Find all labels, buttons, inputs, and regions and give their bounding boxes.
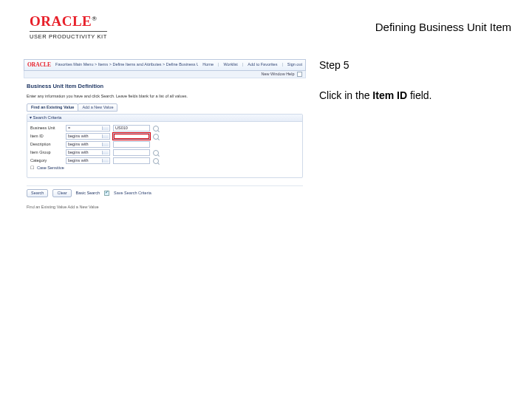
input-item-group[interactable] (113, 149, 150, 156)
oracle-logo-text: ORACLE® (30, 13, 107, 30)
subbar-links[interactable]: New Window Help (262, 72, 295, 76)
trademark-symbol: ® (92, 15, 97, 22)
lookup-icon[interactable] (153, 158, 159, 164)
label-business-unit: Business Unit (30, 126, 63, 131)
page-heading: Business Unit Item Definition (27, 83, 303, 90)
label-case-sensitive: Case Sensitive (37, 166, 64, 171)
screenshot-column: ORACLE Favorites Main Menu > Items > Def… (24, 59, 306, 213)
link-worklist[interactable]: Worklist (223, 62, 237, 67)
clear-button[interactable]: Clear (52, 189, 71, 197)
step-instruction: Click in the Item ID field. (319, 89, 511, 103)
instruction-pre: Click in the (319, 89, 372, 101)
footer-links[interactable]: Find an Existing Value Add a New Value (27, 205, 303, 210)
save-criteria-checkbox[interactable] (104, 191, 109, 196)
app-topbar: ORACLE Favorites Main Menu > Items > Def… (24, 59, 306, 71)
label-item-id: Item ID (30, 134, 63, 139)
link-favorites[interactable]: Add to Favorites (248, 62, 277, 67)
oracle-word: ORACLE (30, 13, 92, 29)
tab-add-new[interactable]: Add a New Value (78, 103, 117, 112)
search-tabs: Find an Existing Value Add a New Value (27, 103, 303, 112)
input-category[interactable] (113, 157, 150, 164)
op-description[interactable]: begins with (66, 141, 110, 148)
app-body: Business Unit Item Definition Enter any … (24, 78, 306, 213)
link-signout[interactable]: Sign out (287, 62, 302, 67)
action-bar: Search Clear Basic Search Save Search Cr… (27, 185, 303, 197)
row-item-id: Item ID begins with (30, 133, 299, 140)
oracle-upk-logo: ORACLE® USER PRODUCTIVITY KIT (30, 13, 107, 40)
breadcrumb: Favorites Main Menu > Items > Define Ite… (55, 62, 198, 67)
step-label: Step 5 (319, 59, 511, 71)
instruction-post: field. (407, 89, 432, 101)
label-item-group: Item Group (30, 150, 63, 155)
row-item-group: Item Group begins with (30, 149, 299, 156)
help-icon[interactable] (297, 72, 302, 77)
tab-find-existing[interactable]: Find an Existing Value (27, 103, 78, 112)
app-logo: ORACLE (27, 61, 51, 69)
lookup-icon[interactable] (153, 126, 159, 132)
save-criteria-label: Save Search Criteria (114, 191, 151, 196)
section-header[interactable]: ▾ Search Criteria (27, 115, 302, 123)
content-row: ORACLE Favorites Main Menu > Items > Def… (0, 46, 532, 213)
op-business-unit[interactable]: = (66, 125, 110, 132)
input-description[interactable] (113, 141, 150, 148)
app-subbar: New Window Help (24, 71, 306, 78)
app-screenshot: ORACLE Favorites Main Menu > Items > Def… (24, 59, 306, 213)
row-category: Category begins with (30, 157, 299, 164)
upk-subtitle: USER PRODUCTIVITY KIT (30, 31, 107, 40)
search-button[interactable]: Search (27, 189, 48, 197)
input-business-unit[interactable]: US010 (113, 125, 150, 132)
page-title: Defining Business Unit Item (375, 13, 511, 33)
row-business-unit: Business Unit = US010 (30, 125, 299, 132)
row-case-sensitive: ☐ Case Sensitive (30, 166, 299, 171)
page-description: Enter any information you have and click… (27, 94, 303, 99)
label-description: Description (30, 142, 63, 147)
lookup-icon[interactable] (153, 150, 159, 156)
op-item-id[interactable]: begins with (66, 133, 110, 140)
topbar-links: Home| Worklist| Add to Favorites| Sign o… (202, 62, 302, 67)
label-category: Category (30, 158, 63, 163)
search-criteria-section: ▾ Search Criteria Business Unit = US010 … (27, 114, 303, 178)
op-item-group[interactable]: begins with (66, 149, 110, 156)
instruction-column: Step 5 Click in the Item ID field. (319, 59, 511, 213)
page-header: ORACLE® USER PRODUCTIVITY KIT Defining B… (0, 0, 532, 46)
checkbox-case-sensitive[interactable]: ☐ (30, 166, 34, 171)
lookup-icon[interactable] (153, 134, 159, 140)
input-item-id[interactable] (113, 133, 150, 140)
basic-search-link[interactable]: Basic Search (76, 191, 100, 196)
row-description: Description begins with (30, 141, 299, 148)
op-category[interactable]: begins with (66, 157, 110, 164)
instruction-target: Item ID (372, 89, 407, 101)
link-home[interactable]: Home (202, 62, 214, 67)
